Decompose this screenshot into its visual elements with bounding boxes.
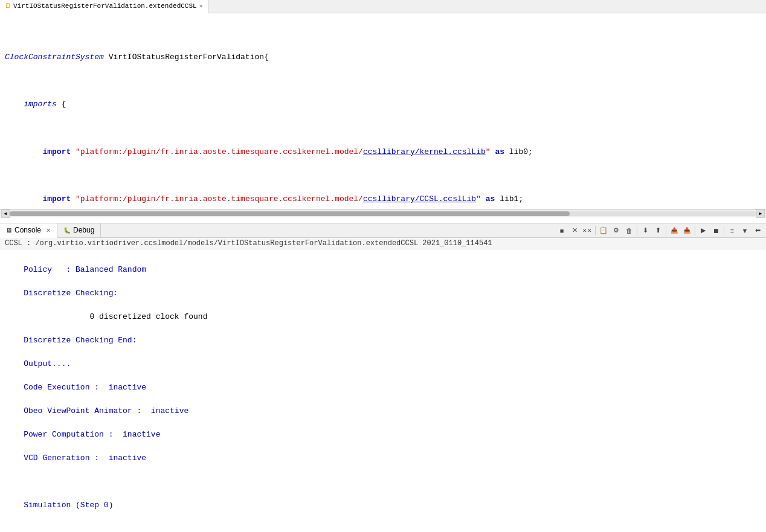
console-line: 0 discretized clock found [24,312,207,321]
down-button[interactable]: ⬇ [639,225,651,236]
code-line: imports { [0,98,766,111]
code-content[interactable]: ClockConstraintSystem VirtIOStatusRegist… [0,13,766,209]
console-line: VCD Generation : inactive [24,453,146,463]
editor-tab[interactable]: 🗒 VirtIOStatusRegisterForValidation.exte… [0,0,208,13]
editor-area: 🗒 VirtIOStatusRegisterForValidation.exte… [0,0,766,223]
console-tab-label: Console [14,226,41,234]
copy-button[interactable]: 📋 [597,225,610,236]
remove-button[interactable]: 🗑 [623,225,635,236]
console-icon: 🖥 [6,227,12,234]
editor-scrollbar[interactable]: ◀ ▶ [0,209,766,217]
console-line: Policy : Balanced Random [24,265,146,274]
run-button[interactable]: ▶ [697,225,709,236]
separator [637,226,637,236]
console-line: Simulation (Step 0) [24,501,113,510]
console-line: Code Execution : inactive [24,383,146,392]
console-line: Obeo ViewPoint Animator : inactive [24,406,188,415]
clear-all-button[interactable]: ✕✕ [581,225,593,236]
up-button[interactable]: ⬆ [652,225,664,236]
editor-tab-close[interactable]: ✕ [199,2,203,10]
export-button[interactable]: 📤 [668,225,680,236]
code-line: import "platform:/plugin/fr.inria.aoste.… [0,193,766,205]
console-area: 🖥 Console ✕ 🐛 Debug ■ ✕ ✕✕ 📋 ⚙ 🗑 ⬇ ⬆ 📤 📥… [0,223,766,532]
clear-button[interactable]: ✕ [568,225,581,236]
menu-button[interactable]: ≡ [726,225,738,236]
editor-tab-label: VirtIOStatusRegisterForValidation.extend… [13,2,197,10]
editor-tab-bar: 🗒 VirtIOStatusRegisterForValidation.exte… [0,0,766,13]
console-line: Power Computation : inactive [24,430,160,439]
console-tab-console[interactable]: 🖥 Console ✕ [0,223,57,238]
stop2-button[interactable]: ⏹ [710,225,722,236]
scroll-left-arrow[interactable]: ◀ [1,210,10,218]
import-button[interactable]: 📥 [681,225,693,236]
console-line: Output.... [24,359,71,368]
console-tab-debug[interactable]: 🐛 Debug [57,223,101,238]
scroll-right-arrow[interactable]: ▶ [756,210,765,218]
stop-button[interactable]: ■ [556,225,568,236]
separator [595,226,596,236]
separator [666,226,666,236]
scrollbar-thumb[interactable] [10,211,570,216]
settings-button[interactable]: ⚙ [610,225,622,236]
code-line: ClockConstraintSystem VirtIOStatusRegist… [0,51,766,63]
expand-button[interactable]: ▼ [739,225,751,236]
scrollbar-track[interactable] [10,211,756,216]
console-line: Discretize Checking: [24,289,118,298]
file-icon: 🗒 [5,2,11,10]
debug-tab-label: Debug [73,226,94,234]
console-path: CCSL : /org.virtio.virtiodriver.ccslmode… [0,238,766,249]
debug-icon: 🐛 [63,227,71,234]
separator [724,226,724,236]
console-output[interactable]: Policy : Balanced Random Discretize Chec… [0,249,766,532]
code-line: import "platform:/plugin/fr.inria.aoste.… [0,146,766,158]
console-tab-bar: 🖥 Console ✕ 🐛 Debug ■ ✕ ✕✕ 📋 ⚙ 🗑 ⬇ ⬆ 📤 📥… [0,223,766,238]
console-line: Discretize Checking End: [24,336,137,345]
console-tab-close[interactable]: ✕ [46,227,51,234]
separator [695,226,695,236]
back-button[interactable]: ⬅ [752,225,764,236]
